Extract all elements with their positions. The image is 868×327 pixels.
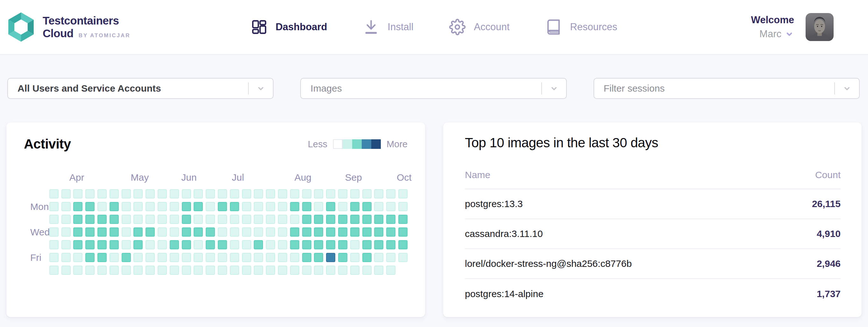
heatmap-cell[interactable] [158, 189, 167, 198]
heatmap-cell[interactable] [158, 240, 167, 250]
heatmap-cell[interactable] [338, 202, 347, 211]
heatmap-cell[interactable] [122, 215, 131, 224]
heatmap-cell[interactable] [242, 253, 251, 262]
heatmap-cell[interactable] [314, 189, 323, 198]
heatmap-cell[interactable] [302, 202, 311, 211]
heatmap-cell[interactable] [326, 240, 335, 250]
heatmap-cell[interactable] [133, 189, 143, 198]
heatmap-cell[interactable] [338, 253, 347, 262]
heatmap-cell[interactable] [158, 253, 167, 262]
user-menu[interactable]: Welcome Marc [751, 13, 834, 41]
heatmap-cell[interactable] [374, 240, 383, 250]
heatmap-cell[interactable] [326, 253, 335, 262]
heatmap-cell[interactable] [278, 202, 287, 211]
heatmap-cell[interactable] [110, 227, 119, 237]
heatmap-cell[interactable] [110, 266, 119, 275]
heatmap-cell[interactable] [158, 266, 167, 275]
heatmap-cell[interactable] [386, 266, 396, 275]
heatmap-cell[interactable] [362, 227, 372, 237]
heatmap-cell[interactable] [49, 202, 59, 211]
heatmap-cell[interactable] [350, 227, 360, 237]
heatmap-cell[interactable] [110, 202, 119, 211]
heatmap-cell[interactable] [242, 240, 251, 250]
heatmap-cell[interactable] [122, 202, 131, 211]
heatmap-cell[interactable] [61, 253, 71, 262]
heatmap-cell[interactable] [386, 227, 396, 237]
heatmap-cell[interactable] [206, 253, 215, 262]
heatmap-cell[interactable] [374, 215, 383, 224]
heatmap-cell[interactable] [254, 189, 263, 198]
heatmap-cell[interactable] [290, 240, 299, 250]
heatmap-cell[interactable] [242, 227, 251, 237]
heatmap-cell[interactable] [110, 215, 119, 224]
heatmap-cell[interactable] [266, 215, 275, 224]
chevron-down-icon[interactable] [842, 84, 852, 93]
heatmap-cell[interactable] [194, 240, 203, 250]
heatmap-cell[interactable] [302, 253, 311, 262]
heatmap-cell[interactable] [97, 240, 107, 250]
heatmap-cell[interactable] [254, 227, 263, 237]
images-filter-select[interactable]: Images [300, 78, 566, 99]
heatmap-cell[interactable] [122, 227, 131, 237]
heatmap-cell[interactable] [230, 215, 239, 224]
heatmap-cell[interactable] [314, 202, 323, 211]
nav-account[interactable]: Account [449, 19, 509, 35]
heatmap-cell[interactable] [182, 240, 191, 250]
heatmap-cell[interactable] [326, 215, 335, 224]
heatmap-cell[interactable] [350, 202, 360, 211]
heatmap-cell[interactable] [170, 266, 179, 275]
chevron-down-icon[interactable] [256, 84, 266, 93]
heatmap-cell[interactable] [362, 215, 372, 224]
heatmap-cell[interactable] [398, 189, 408, 198]
heatmap-cell[interactable] [350, 189, 360, 198]
heatmap-cell[interactable] [206, 266, 215, 275]
heatmap-cell[interactable] [97, 266, 107, 275]
heatmap-cell[interactable] [97, 215, 107, 224]
heatmap-cell[interactable] [110, 240, 119, 250]
heatmap-cell[interactable] [133, 266, 143, 275]
heatmap-cell[interactable] [122, 253, 131, 262]
heatmap-cell[interactable] [338, 266, 347, 275]
heatmap-cell[interactable] [362, 240, 372, 250]
heatmap-cell[interactable] [278, 253, 287, 262]
heatmap-cell[interactable] [338, 215, 347, 224]
heatmap-cell[interactable] [146, 253, 155, 262]
heatmap-cell[interactable] [49, 240, 59, 250]
heatmap-cell[interactable] [386, 189, 396, 198]
heatmap-cell[interactable] [314, 266, 323, 275]
heatmap-cell[interactable] [146, 215, 155, 224]
heatmap-cell[interactable] [73, 240, 83, 250]
heatmap-cell[interactable] [146, 202, 155, 211]
heatmap-cell[interactable] [194, 266, 203, 275]
heatmap-cell[interactable] [374, 266, 383, 275]
heatmap-cell[interactable] [374, 253, 383, 262]
heatmap-cell[interactable] [254, 240, 263, 250]
heatmap-cell[interactable] [61, 189, 71, 198]
heatmap-cell[interactable] [350, 240, 360, 250]
heatmap-cell[interactable] [338, 240, 347, 250]
heatmap-cell[interactable] [362, 253, 372, 262]
heatmap-cell[interactable] [97, 202, 107, 211]
heatmap-cell[interactable] [230, 266, 239, 275]
heatmap-cell[interactable] [326, 227, 335, 237]
heatmap-cell[interactable] [290, 227, 299, 237]
heatmap-cell[interactable] [85, 253, 95, 262]
brand[interactable]: Testcontainers Cloud BY ATOMICJAR [7, 11, 130, 43]
heatmap-cell[interactable] [386, 215, 396, 224]
heatmap-cell[interactable] [170, 253, 179, 262]
heatmap-cell[interactable] [170, 215, 179, 224]
heatmap-cell[interactable] [170, 240, 179, 250]
heatmap-cell[interactable] [302, 266, 311, 275]
heatmap-cell[interactable] [362, 189, 372, 198]
heatmap-cell[interactable] [374, 202, 383, 211]
heatmap-cell[interactable] [266, 202, 275, 211]
heatmap-cell[interactable] [314, 215, 323, 224]
heatmap-cell[interactable] [182, 189, 191, 198]
heatmap-cell[interactable] [122, 240, 131, 250]
heatmap-cell[interactable] [254, 266, 263, 275]
heatmap-cell[interactable] [302, 227, 311, 237]
heatmap-cell[interactable] [242, 266, 251, 275]
heatmap-cell[interactable] [386, 240, 396, 250]
heatmap-cell[interactable] [146, 266, 155, 275]
heatmap-cell[interactable] [49, 253, 59, 262]
